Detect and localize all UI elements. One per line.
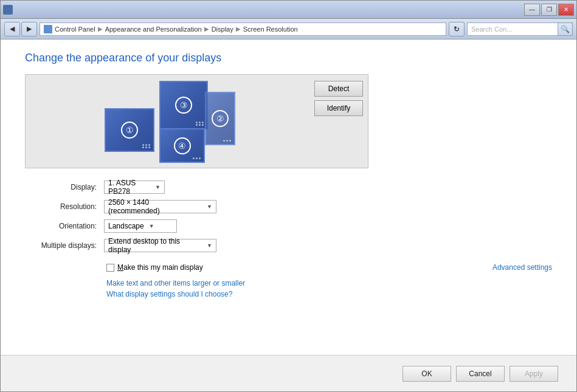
- links-area: Make text and other items larger or smal…: [106, 279, 552, 301]
- resolution-label-text: Resolution:: [60, 202, 97, 211]
- window-icon: [3, 5, 13, 15]
- back-button[interactable]: ◀: [4, 22, 20, 36]
- sep2: ▶: [204, 26, 209, 32]
- minimize-button[interactable]: —: [524, 4, 540, 16]
- search-button[interactable]: 🔍: [558, 22, 573, 36]
- apply-button[interactable]: Apply: [510, 366, 558, 382]
- resolution-dropdown-arrow: ▼: [207, 204, 212, 210]
- monitor-4[interactable]: ④: [159, 128, 205, 163]
- preview-buttons: Detect Identify: [314, 81, 363, 116]
- path-segment-4[interactable]: Screen Resolution: [243, 26, 298, 33]
- monitor-3-label: ③: [175, 97, 192, 114]
- content-area: Change the appearance of your displays ①…: [1, 40, 576, 355]
- bottom-bar: OK Cancel Apply: [1, 355, 576, 391]
- display-value: 1. ASUS PB278: [108, 179, 150, 196]
- monitor-4-label: ④: [174, 137, 191, 154]
- path-segment-3[interactable]: Display: [212, 26, 233, 33]
- window-controls: — ❐ ✕: [524, 4, 574, 16]
- monitor-1-dots: [142, 144, 151, 148]
- resolution-value: 2560 × 1440 (recommended): [108, 198, 202, 215]
- monitor-3-dots: [196, 122, 204, 126]
- titlebar: — ❐ ✕: [1, 1, 576, 19]
- monitor-4-dots: [193, 157, 201, 159]
- orientation-row: Orientation: Landscape ▼: [25, 219, 552, 233]
- orientation-label: Orientation:: [25, 222, 104, 230]
- monitor-2-label: ②: [212, 110, 229, 127]
- restore-button[interactable]: ❐: [541, 4, 557, 16]
- resolution-label: Resolution:: [25, 202, 104, 211]
- multiple-label: Multiple displays:: [25, 241, 104, 250]
- ok-button[interactable]: OK: [403, 366, 451, 382]
- detect-button[interactable]: Detect: [314, 81, 363, 97]
- sep1: ▶: [98, 26, 103, 32]
- address-path[interactable]: Control Panel ▶ Appearance and Personali…: [40, 22, 446, 36]
- display-preview: ① ③ ④: [25, 74, 368, 168]
- text-size-link[interactable]: Make text and other items larger or smal…: [106, 279, 552, 287]
- sep3: ▶: [236, 26, 241, 32]
- search-box[interactable]: Search Con...: [467, 22, 558, 36]
- monitor-2[interactable]: ②: [205, 92, 235, 145]
- make-main-row: Make this my main display Advanced setti…: [25, 263, 552, 272]
- make-main-checkbox[interactable]: [106, 264, 114, 272]
- orientation-value: Landscape: [108, 222, 144, 230]
- monitor-1-label: ①: [121, 122, 138, 139]
- addressbar: ◀ ▶ Control Panel ▶ Appearance and Perso…: [1, 19, 576, 40]
- make-main-label: Make this my main display: [117, 263, 203, 272]
- display-settings-link[interactable]: What display settings should I choose?: [106, 290, 552, 298]
- forward-button[interactable]: ▶: [21, 22, 37, 36]
- make-main-underline-m: M: [117, 263, 123, 272]
- display-dropdown[interactable]: 1. ASUS PB278 ▼: [104, 181, 165, 194]
- monitor-1[interactable]: ①: [105, 108, 154, 152]
- orientation-dropdown-arrow: ▼: [149, 223, 154, 229]
- cancel-button[interactable]: Cancel: [456, 366, 505, 382]
- path-segment-1[interactable]: Control Panel: [55, 26, 95, 33]
- page-title: Change the appearance of your displays: [25, 52, 552, 64]
- resolution-row: Resolution: 2560 × 1440 (recommended) ▼: [25, 200, 552, 213]
- resolution-dropdown[interactable]: 2560 × 1440 (recommended) ▼: [104, 200, 216, 213]
- path-icon: [44, 25, 52, 33]
- monitor-3[interactable]: ③: [159, 81, 208, 129]
- refresh-button[interactable]: ↻: [449, 22, 465, 36]
- display-dropdown-arrow: ▼: [155, 184, 161, 190]
- multiple-displays-row: Multiple displays: Extend desktop to thi…: [25, 239, 552, 252]
- multiple-dropdown[interactable]: Extend desktop to this display ▼: [104, 239, 216, 252]
- main-window: — ❐ ✕ ◀ ▶ Control Panel ▶ Appearance and…: [0, 0, 577, 392]
- monitor-2-dots: [223, 140, 232, 142]
- close-button[interactable]: ✕: [558, 4, 574, 16]
- search-placeholder: Search Con...: [471, 26, 512, 33]
- display-row: Display: 1. ASUS PB278 ▼: [25, 181, 552, 194]
- identify-button[interactable]: Identify: [314, 100, 363, 116]
- display-label: Display:: [25, 183, 104, 191]
- multiple-value: Extend desktop to this display: [108, 237, 202, 254]
- path-segment-2[interactable]: Appearance and Personalization: [105, 26, 202, 33]
- multiple-dropdown-arrow: ▼: [207, 242, 212, 249]
- orientation-dropdown[interactable]: Landscape ▼: [104, 219, 177, 233]
- advanced-settings-link[interactable]: Advanced settings: [492, 263, 552, 272]
